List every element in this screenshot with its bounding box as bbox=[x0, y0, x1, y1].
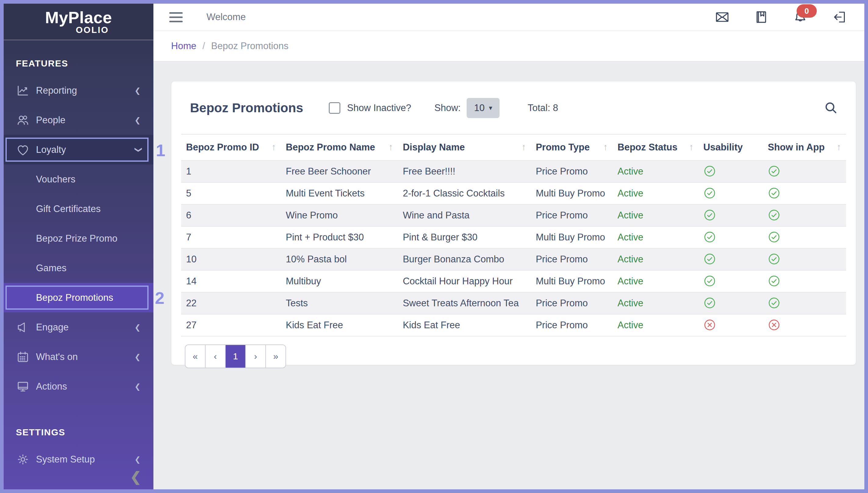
sidebar-item-loyalty[interactable]: Loyalty ❮ bbox=[4, 135, 153, 165]
sidebar-item-vouchers[interactable]: Vouchers bbox=[4, 165, 153, 194]
sidebar-item-label: Gift Certificates bbox=[16, 203, 140, 214]
column-header[interactable]: Bepoz Status↑ bbox=[613, 134, 698, 160]
page-size-dropdown[interactable]: 10 ▾ bbox=[467, 98, 499, 118]
sort-arrow-icon: ↑ bbox=[271, 142, 276, 152]
sidebar-item-label: Vouchers bbox=[16, 174, 140, 185]
promotions-table-wrap: Bepoz Promo ID↑Bepoz Promo Name↑Display … bbox=[172, 134, 856, 337]
cell-name: Multi Event Tickets bbox=[281, 183, 398, 205]
check-circle-icon bbox=[698, 183, 763, 205]
check-circle-icon bbox=[698, 248, 763, 270]
chevron-left-icon: ❮ bbox=[134, 353, 140, 361]
cell-id: 22 bbox=[181, 292, 281, 314]
hamburger-menu-icon[interactable] bbox=[169, 12, 183, 22]
cell-promo_type: Price Promo bbox=[531, 205, 613, 227]
cell-id: 7 bbox=[181, 227, 281, 248]
notification-badge: 0 bbox=[797, 4, 817, 18]
cell-status: Active bbox=[613, 314, 698, 336]
sidebar-item-bepoz-prize-promo[interactable]: Bepoz Prize Promo bbox=[4, 223, 153, 253]
table-row[interactable]: 7Pint + Product $30Pint & Burger $30Mult… bbox=[181, 227, 846, 248]
show-label: Show: bbox=[434, 103, 461, 113]
sidebar-item-label: Engage bbox=[36, 322, 134, 333]
check-circle-icon bbox=[763, 270, 846, 292]
sidebar-menu: FEATURES Reporting ❮ People ❮ Loyal bbox=[4, 58, 153, 474]
book-icon[interactable] bbox=[754, 10, 769, 24]
status-text: Active bbox=[618, 320, 643, 330]
cell-promo_type: Price Promo bbox=[531, 248, 613, 270]
main-area: Welcome 0 Home / Bepoz Promotio bbox=[153, 4, 864, 489]
table-row[interactable]: 14MultibuyCocktail Hour Happy HourMulti … bbox=[181, 270, 846, 292]
chevron-left-icon: ❮ bbox=[134, 383, 140, 390]
cell-status: Active bbox=[613, 205, 698, 227]
column-header[interactable]: Show in App↑ bbox=[763, 134, 846, 160]
status-text: Active bbox=[618, 166, 643, 177]
cell-name: Free Beer Schooner bbox=[281, 160, 398, 183]
table-header-row: Bepoz Promo ID↑Bepoz Promo Name↑Display … bbox=[181, 134, 846, 160]
logo-title: MyPlace bbox=[4, 9, 153, 26]
status-text: Active bbox=[618, 298, 643, 308]
check-circle-icon bbox=[698, 227, 763, 248]
topbar: Welcome 0 bbox=[153, 4, 864, 31]
sort-arrow-icon: ↑ bbox=[388, 142, 393, 152]
pagination-first-button[interactable]: « bbox=[185, 345, 205, 368]
cell-name: 10% Pasta bol bbox=[281, 248, 398, 270]
sidebar-item-people[interactable]: People ❮ bbox=[4, 105, 153, 135]
pagination-prev-button[interactable]: ‹ bbox=[205, 345, 225, 368]
cell-display_name: Cocktail Hour Happy Hour bbox=[398, 270, 531, 292]
breadcrumb-home-link[interactable]: Home bbox=[171, 41, 196, 51]
column-header[interactable]: Bepoz Promo Name↑ bbox=[281, 134, 398, 160]
table-row[interactable]: 6Wine PromoWine and PastaPrice PromoActi… bbox=[181, 205, 846, 227]
sidebar-item-reporting[interactable]: Reporting ❮ bbox=[4, 76, 153, 105]
sidebar-collapse-icon[interactable]: ❮ bbox=[130, 469, 141, 485]
check-circle-icon bbox=[698, 292, 763, 314]
logout-icon[interactable] bbox=[832, 10, 847, 24]
show-inactive-checkbox[interactable] bbox=[329, 102, 340, 114]
cell-id: 5 bbox=[181, 183, 281, 205]
sidebar-item-games[interactable]: Games bbox=[4, 253, 153, 283]
check-circle-icon bbox=[698, 270, 763, 292]
total-count: Total: 8 bbox=[528, 103, 558, 113]
breadcrumb: Home / Bepoz Promotions bbox=[153, 31, 864, 62]
bell-icon[interactable]: 0 bbox=[793, 10, 808, 24]
sidebar-item-whats-on[interactable]: What's on ❮ bbox=[4, 342, 153, 371]
column-header[interactable]: Promo Type↑ bbox=[531, 134, 613, 160]
sort-arrow-icon: ↑ bbox=[689, 142, 693, 152]
status-text: Active bbox=[618, 210, 643, 220]
cell-id: 10 bbox=[181, 248, 281, 270]
chevron-left-icon: ❮ bbox=[134, 324, 140, 331]
table-row[interactable]: 1Free Beer SchoonerFree Beer!!!!Price Pr… bbox=[181, 160, 846, 183]
x-circle-icon bbox=[698, 314, 763, 336]
mail-icon[interactable] bbox=[715, 10, 730, 24]
welcome-text: Welcome bbox=[206, 12, 246, 23]
table-row[interactable]: 5Multi Event Tickets2-for-1 Classic Cock… bbox=[181, 183, 846, 205]
sidebar-item-label: Actions bbox=[36, 381, 134, 392]
pagination-page-1-button[interactable]: 1 bbox=[225, 345, 245, 368]
pagination-next-button[interactable]: › bbox=[245, 345, 265, 368]
pagination-last-button[interactable]: » bbox=[265, 345, 286, 368]
sidebar-item-engage[interactable]: Engage ❮ bbox=[4, 313, 153, 342]
sidebar-item-gift-certificates[interactable]: Gift Certificates bbox=[4, 194, 153, 223]
status-text: Active bbox=[618, 254, 643, 264]
table-row[interactable]: 1010% Pasta bolBurger Bonanza ComboPrice… bbox=[181, 248, 846, 270]
column-header[interactable]: Display Name↑ bbox=[398, 134, 531, 160]
table-row[interactable]: 22TestsSweet Treats Afternoon TeaPrice P… bbox=[181, 292, 846, 314]
sidebar-item-bepoz-promotions[interactable]: Bepoz Promotions bbox=[4, 283, 153, 313]
check-circle-icon bbox=[698, 160, 763, 183]
check-circle-icon bbox=[763, 183, 846, 205]
gear-icon bbox=[16, 452, 36, 467]
cell-promo_type: Multi Buy Promo bbox=[531, 270, 613, 292]
sidebar-item-label: Reporting bbox=[36, 85, 134, 96]
search-icon[interactable] bbox=[823, 100, 839, 115]
cell-name: Kids Eat Free bbox=[281, 314, 398, 336]
check-circle-icon bbox=[763, 227, 846, 248]
sidebar-item-actions[interactable]: Actions ❮ bbox=[4, 371, 153, 401]
table-row[interactable]: 27Kids Eat FreeKids Eat FreePrice PromoA… bbox=[181, 314, 846, 336]
check-circle-icon bbox=[763, 292, 846, 314]
sidebar-item-label: Loyalty bbox=[36, 144, 134, 155]
x-circle-icon bbox=[763, 314, 846, 336]
cell-display_name: Burger Bonanza Combo bbox=[398, 248, 531, 270]
column-header[interactable]: Bepoz Promo ID↑ bbox=[181, 134, 281, 160]
sidebar-item-label: Bepoz Promotions bbox=[16, 292, 140, 303]
cell-name: Pint + Product $30 bbox=[281, 227, 398, 248]
page-size-value: 10 bbox=[474, 103, 484, 113]
chevron-left-icon: ❮ bbox=[134, 116, 140, 124]
